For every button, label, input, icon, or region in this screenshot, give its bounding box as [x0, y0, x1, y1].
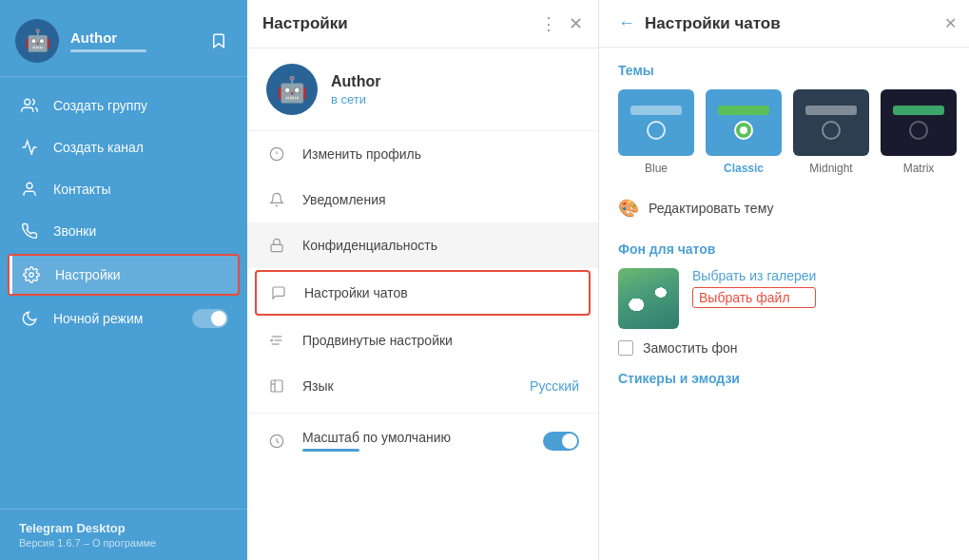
- night-icon: [19, 308, 40, 329]
- theme-midnight-label: Midnight: [809, 162, 852, 175]
- contacts-icon: [19, 179, 40, 200]
- settings-item-label: Продвинутые настройки: [302, 333, 579, 348]
- bg-section: Выбрать из галереи Выбрать файл: [618, 268, 957, 329]
- settings-header-icons: ⋮ ✕: [540, 13, 583, 34]
- svg-rect-6: [271, 244, 282, 251]
- bg-tile-checkbox[interactable]: [618, 340, 633, 356]
- sidebar-status-bar: [70, 49, 146, 52]
- svg-point-2: [29, 273, 34, 278]
- theme-matrix-preview: [881, 89, 957, 156]
- sidebar-header: 🤖 Author: [0, 0, 247, 77]
- palette-icon: 🎨: [618, 198, 639, 219]
- settings-icon: [21, 264, 42, 285]
- theme-blue[interactable]: Blue: [618, 89, 694, 175]
- edit-theme-row[interactable]: 🎨 Редактировать тему: [618, 190, 957, 226]
- group-icon: [19, 95, 40, 116]
- theme-classic-preview: [706, 89, 782, 156]
- svg-point-1: [27, 183, 32, 188]
- divider: [247, 413, 598, 414]
- settings-item-label: Конфиденциальность: [302, 238, 579, 253]
- settings-item-advanced[interactable]: Продвинутые настройки: [247, 318, 598, 363]
- settings-item-chat-settings[interactable]: Настройки чатов: [255, 270, 591, 316]
- theme-matrix-label: Matrix: [903, 162, 935, 175]
- settings-item-label: Язык: [302, 378, 514, 394]
- chat-settings-content: Темы Blue Classic: [599, 48, 969, 560]
- settings-item-value: Русский: [530, 378, 579, 394]
- theme-midnight-preview: [793, 89, 869, 156]
- sidebar-item-label: Звонки: [53, 223, 96, 239]
- settings-item-language[interactable]: Язык Русский: [247, 363, 598, 409]
- lock-icon: [266, 235, 287, 256]
- settings-item-label: Настройки чатов: [304, 285, 577, 300]
- bg-preview: [618, 268, 679, 329]
- theme-midnight[interactable]: Midnight: [793, 89, 869, 175]
- app-version: Версия 1.6.7 – О программе: [19, 537, 228, 549]
- sidebar-item-contacts[interactable]: Контакты: [0, 168, 247, 210]
- sidebar-menu: Создать группу Создать канал Контакты: [0, 77, 247, 509]
- stickers-section-label: Стикеры и эмодзи: [618, 371, 957, 386]
- settings-item-label: Уведомления: [302, 192, 579, 207]
- theme-classic[interactable]: Classic: [706, 89, 782, 175]
- theme-classic-label: Classic: [724, 162, 764, 175]
- profile-avatar: 🤖: [266, 64, 318, 115]
- settings-item-notifications[interactable]: Уведомления: [247, 177, 598, 222]
- profile-section: 🤖 Author в сети: [247, 48, 598, 131]
- theme-matrix[interactable]: Matrix: [881, 89, 957, 175]
- toggle-knob: [562, 434, 577, 449]
- settings-item-label: Масштаб по умолчанию: [302, 430, 528, 445]
- scale-progress-bar: [302, 449, 359, 452]
- svg-rect-11: [271, 380, 282, 392]
- edit-theme-label: Редактировать тему: [649, 201, 773, 216]
- bg-preview-image: [618, 268, 679, 329]
- profile-status: в сети: [331, 92, 380, 106]
- scale-icon: [266, 431, 287, 452]
- themes-row: Blue Classic Midnight: [618, 89, 957, 175]
- avatar: 🤖: [15, 19, 59, 63]
- toggle-knob: [211, 311, 226, 326]
- bookmark-icon[interactable]: [205, 28, 232, 54]
- sidebar-item-label: Настройки: [55, 267, 121, 282]
- sidebar-footer: Telegram Desktop Версия 1.6.7 – О програ…: [0, 509, 247, 560]
- settings-item-label: Изменить профиль: [302, 146, 579, 162]
- bg-section-label: Фон для чатов: [618, 241, 957, 257]
- edit-icon: [266, 144, 287, 164]
- settings-menu: Изменить профиль Уведомления Конфиденциа…: [247, 131, 598, 560]
- themes-section-label: Темы: [618, 63, 957, 78]
- settings-item-privacy[interactable]: Конфиденциальность: [247, 222, 598, 268]
- language-icon: [266, 376, 287, 396]
- bell-icon: [266, 189, 287, 210]
- profile-name: Author: [331, 73, 380, 90]
- sidebar-item-night-mode[interactable]: Ночной режим: [0, 298, 247, 339]
- chat-settings-title-row: ← Настройки чатов: [618, 13, 781, 33]
- close-icon[interactable]: ✕: [569, 13, 583, 34]
- settings-header: Настройки ⋮ ✕: [247, 0, 598, 48]
- back-button[interactable]: ←: [618, 13, 635, 33]
- settings-item-edit-profile[interactable]: Изменить профиль: [247, 131, 598, 177]
- scale-toggle[interactable]: [543, 432, 579, 451]
- theme-blue-preview: [618, 89, 694, 156]
- sidebar-item-calls[interactable]: Звонки: [0, 210, 247, 252]
- night-mode-toggle[interactable]: [192, 309, 228, 328]
- channel-icon: [19, 137, 40, 158]
- svg-point-0: [25, 99, 30, 105]
- sidebar-username: Author: [70, 29, 194, 46]
- sidebar-item-settings[interactable]: Настройки: [8, 254, 240, 296]
- close-button[interactable]: ✕: [944, 14, 957, 32]
- settings-panel-title: Настройки: [262, 14, 348, 33]
- calls-icon: [19, 221, 40, 241]
- bg-gallery-link[interactable]: Выбрать из галереи: [692, 268, 816, 283]
- sidebar-item-label: Создать канал: [53, 140, 144, 155]
- settings-item-scale[interactable]: Масштаб по умолчанию: [247, 417, 598, 464]
- app-name: Telegram Desktop: [19, 521, 228, 535]
- sidebar-user-info: Author: [70, 29, 194, 52]
- sidebar: 🤖 Author Создать группу: [0, 0, 247, 560]
- chat-settings-panel: ← Настройки чатов ✕ Темы Blue: [599, 0, 969, 560]
- sidebar-item-label: Создать группу: [53, 98, 147, 113]
- theme-preview-bar: [630, 106, 682, 115]
- bg-actions: Выбрать из галереи Выбрать файл: [692, 268, 816, 308]
- sidebar-item-create-group[interactable]: Создать группу: [0, 85, 247, 126]
- more-icon[interactable]: ⋮: [540, 13, 557, 34]
- sidebar-item-create-channel[interactable]: Создать канал: [0, 126, 247, 168]
- bg-file-link[interactable]: Выбрать файл: [692, 287, 816, 308]
- chat-settings-header: ← Настройки чатов ✕: [599, 0, 969, 48]
